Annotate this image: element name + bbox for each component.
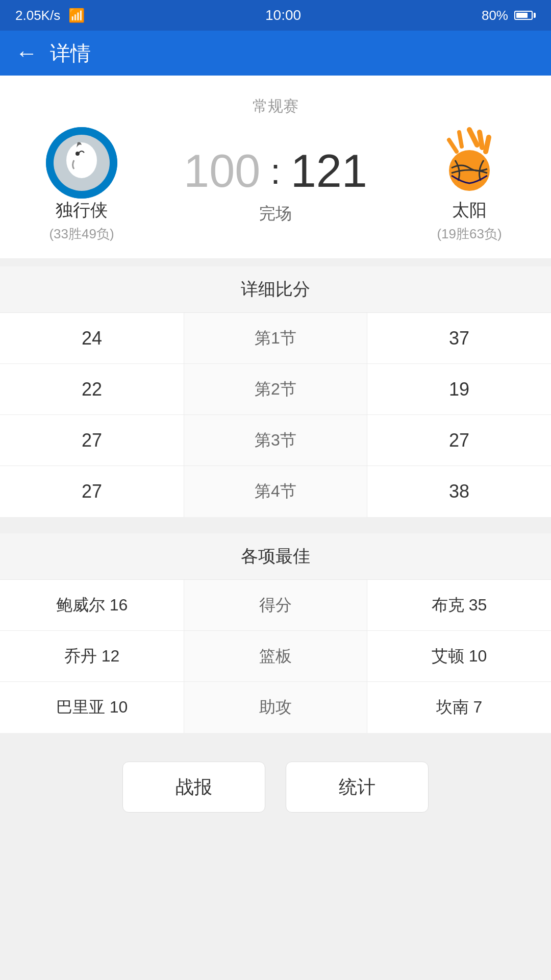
best-performers-header: 各项最佳	[0, 533, 551, 580]
points-home: 鲍威尔 16	[0, 594, 184, 617]
q4-away-score: 38	[367, 481, 551, 502]
q3-away-score: 27	[367, 430, 551, 451]
assists-home: 巴里亚 10	[0, 696, 184, 719]
match-section: 常规赛 独行侠 (33胜49负)	[0, 76, 551, 258]
svg-point-3	[76, 152, 80, 156]
list-item: 巴里亚 10 助攻 坎南 7	[0, 682, 551, 733]
score-detail-header: 详细比分	[0, 266, 551, 313]
status-bar: 2.05K/s 📶 10:00 80%	[0, 0, 551, 31]
home-team-logo	[46, 127, 117, 199]
score-detail-section: 详细比分 24 第1节 37 22 第2节 19 27 第3节 27 27 第4…	[0, 266, 551, 517]
battery-icon	[514, 11, 536, 20]
rebounds-home: 乔丹 12	[0, 645, 184, 668]
wifi-icon: 📶	[68, 8, 85, 23]
divider-2	[0, 517, 551, 525]
q3-home-score: 27	[0, 430, 184, 451]
q1-home-score: 24	[0, 328, 184, 349]
assists-away: 坎南 7	[367, 696, 551, 719]
status-right: 80%	[482, 8, 536, 23]
back-button[interactable]: ←	[15, 40, 38, 66]
away-team-logo	[434, 127, 505, 199]
header: ← 详情	[0, 31, 551, 76]
q3-label: 第3节	[184, 415, 367, 465]
assists-label: 助攻	[184, 682, 367, 733]
status-time: 10:00	[265, 7, 301, 23]
page-title: 详情	[50, 39, 91, 67]
q4-label: 第4节	[184, 466, 367, 517]
table-row: 22 第2节 19	[0, 364, 551, 415]
q2-home-score: 22	[0, 379, 184, 400]
list-item: 乔丹 12 篮板 艾顿 10	[0, 631, 551, 682]
list-item: 鲍威尔 16 得分 布克 35	[0, 580, 551, 631]
battery-percentage: 80%	[482, 8, 508, 23]
score-colon: :	[270, 151, 280, 192]
svg-line-7	[459, 132, 462, 146]
svg-line-4	[469, 130, 477, 145]
q2-label: 第2节	[184, 364, 367, 414]
table-row: 24 第1节 37	[0, 313, 551, 364]
points-away: 布克 35	[367, 594, 551, 617]
match-status: 完场	[259, 203, 292, 225]
svg-line-8	[449, 140, 457, 152]
points-label: 得分	[184, 580, 367, 630]
stats-button[interactable]: 统计	[286, 762, 429, 813]
best-performers-section: 各项最佳 鲍威尔 16 得分 布克 35 乔丹 12 篮板 艾顿 10 巴里亚 …	[0, 533, 551, 733]
status-left: 2.05K/s 📶	[15, 8, 85, 23]
away-team-name: 太阳	[452, 199, 487, 222]
home-score: 100	[184, 145, 260, 198]
home-team: 独行侠 (33胜49负)	[15, 127, 148, 243]
home-team-record: (33胜49负)	[49, 225, 114, 243]
match-type: 常规赛	[15, 96, 536, 117]
svg-line-6	[486, 137, 489, 152]
away-team-record: (19胜63负)	[437, 225, 502, 243]
network-speed: 2.05K/s	[15, 8, 60, 23]
away-score: 121	[291, 145, 367, 198]
away-team: 太阳 (19胜63负)	[403, 127, 536, 243]
teams-row: 独行侠 (33胜49负) 100 : 121 完场	[15, 127, 536, 243]
q2-away-score: 19	[367, 379, 551, 400]
report-button[interactable]: 战报	[122, 762, 265, 813]
divider-1	[0, 258, 551, 266]
q1-label: 第1节	[184, 313, 367, 363]
rebounds-label: 篮板	[184, 631, 367, 681]
table-row: 27 第4节 38	[0, 466, 551, 517]
score-center: 100 : 121 完场	[184, 145, 367, 225]
q1-away-score: 37	[367, 328, 551, 349]
home-team-name: 独行侠	[56, 199, 108, 222]
svg-line-5	[480, 132, 482, 148]
table-row: 27 第3节 27	[0, 415, 551, 466]
bottom-section: 战报 统计	[0, 741, 551, 833]
score-table: 24 第1节 37 22 第2节 19 27 第3节 27 27 第4节 38	[0, 313, 551, 517]
q4-home-score: 27	[0, 481, 184, 502]
rebounds-away: 艾顿 10	[367, 645, 551, 668]
